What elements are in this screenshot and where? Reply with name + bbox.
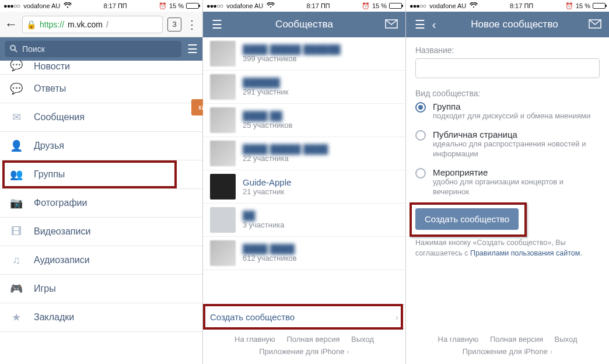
address-bar[interactable]: 🔒 https://m.vk.com/ <box>22 16 163 33</box>
status-bar: ●●●○○ vodafone AU 8:17 ПП ⏰ 15 % <box>0 0 202 12</box>
menu-label: Фотографии <box>34 198 87 208</box>
community-sub: 22 участника <box>243 154 328 163</box>
chevron-right-icon: › <box>346 347 349 356</box>
time-label: 8:17 ПП <box>72 2 159 9</box>
vk-header: ☰ ‹ Новое сообщество <box>406 12 609 37</box>
option-desc: удобно для организации концертов и вечер… <box>433 177 600 197</box>
sidebar-item-8[interactable]: 🎮 Игры <box>0 275 202 303</box>
sidebar-item-1[interactable]: 💬 Ответы <box>0 75 202 103</box>
battery-icon <box>593 3 606 9</box>
status-bar: ●●●○○ vodafone AU 8:17 ПП ⏰ 15 % <box>203 0 405 12</box>
type-option[interactable]: Группа подходит для дискуссий и обмена м… <box>415 102 600 121</box>
sidebar-item-2[interactable]: ✉ Сообщения <box>0 103 202 132</box>
pane-browser-menu: ●●●○○ vodafone AU 8:17 ПП ⏰ 15 % ← 🔒 htt… <box>0 0 203 364</box>
vk-header: ☰ Сообщества <box>203 12 405 37</box>
community-sub: 3 участника <box>243 220 284 229</box>
community-name: ████ █████ ████ <box>243 144 328 154</box>
menu-label: Новости <box>34 61 70 72</box>
highlight-box <box>2 160 177 188</box>
back-icon[interactable]: ‹ <box>427 18 441 32</box>
mail-icon[interactable] <box>384 18 398 32</box>
create-form: Название: Вид сообщества: Группа подходи… <box>406 37 609 329</box>
footer: На главную Полная версия Выход Приложени… <box>406 329 609 364</box>
option-title: Группа <box>433 102 590 111</box>
community-sub: 21 участник <box>243 187 291 196</box>
sidebar-item-6[interactable]: 🎞 Видеозаписи <box>0 218 202 246</box>
footer-exit[interactable]: Выход <box>351 335 374 344</box>
carrier-label: vodafone AU <box>429 2 466 9</box>
sidebar-item-0[interactable]: 💬 Новости <box>0 61 202 75</box>
svg-point-1 <box>10 46 15 50</box>
menu-icon: 👥 <box>9 168 23 181</box>
community-item[interactable]: ████ █████ ████ 22 участника <box>203 137 405 170</box>
community-item[interactable]: ████ █████ ██████ 399 участников <box>203 37 405 71</box>
footer-app[interactable]: Приложение для iPhone <box>259 347 344 356</box>
browser-chrome: ← 🔒 https://m.vk.com/ 3 ⋮ <box>0 12 202 37</box>
create-community-row[interactable]: Создать сообщество › <box>203 304 405 329</box>
search-input[interactable]: Поиск <box>5 41 181 57</box>
lock-icon: 🔒 <box>26 20 36 29</box>
community-item[interactable]: ██████ 291 участник <box>203 71 405 104</box>
wifi-icon <box>470 2 478 9</box>
carrier-label: vodafone AU <box>23 2 60 9</box>
footer: На главную Полная версия Выход Приложени… <box>203 329 405 364</box>
sidebar-item-7[interactable]: ♫ Аудиозаписи <box>0 246 202 275</box>
footer-home[interactable]: На главную <box>235 335 275 344</box>
menu-label: Видеозаписи <box>34 226 90 237</box>
community-sub: 291 участник <box>243 88 288 96</box>
hamburger-icon[interactable]: ☰ <box>413 18 427 32</box>
community-item[interactable]: ██ 3 участника <box>203 204 405 237</box>
sidebar-item-5[interactable]: 📷 Фотографии <box>0 189 202 218</box>
menu-icon: 💬 <box>9 82 23 95</box>
chevron-right-icon: › <box>550 347 552 356</box>
radio-icon <box>415 130 426 141</box>
alarm-icon: ⏰ <box>565 2 573 10</box>
sidebar-item-4[interactable]: 👥 Группы <box>0 160 202 189</box>
menu-icon: ✉ <box>9 111 23 124</box>
menu-label: Сообщения <box>34 112 85 123</box>
battery-pct: 15 % <box>169 2 184 9</box>
avatar <box>210 41 236 66</box>
type-option[interactable]: Публичная страница идеально для распрост… <box>415 130 600 159</box>
alarm-icon: ⏰ <box>159 2 167 10</box>
name-input[interactable] <box>415 58 600 78</box>
menu-label: Ответы <box>34 83 66 94</box>
option-desc: подходит для дискуссий и обмена мнениями <box>433 111 590 121</box>
agree-text: Нажимая кнопку «Создать сообщество», Вы … <box>415 238 600 258</box>
rules-link[interactable]: Правилами пользования сайтом <box>470 249 580 257</box>
tab-count[interactable]: 3 <box>167 18 181 32</box>
footer-full[interactable]: Полная версия <box>490 335 543 344</box>
type-options: Группа подходит для дискуссий и обмена м… <box>415 102 600 197</box>
community-item[interactable]: ████ ██ 25 участников <box>203 104 405 137</box>
community-name: ██████ <box>243 78 288 88</box>
back-icon[interactable]: ← <box>5 17 18 32</box>
signal-dots: ●●●○○ <box>410 2 426 9</box>
footer-home[interactable]: На главную <box>438 335 479 344</box>
mail-icon[interactable] <box>588 18 602 32</box>
carrier-label: vodafone AU <box>226 2 263 9</box>
type-option[interactable]: Мероприятие удобно для организации конце… <box>415 167 600 197</box>
footer-app[interactable]: Приложение для iPhone <box>463 347 548 356</box>
community-sub: 612 участников <box>243 254 297 262</box>
wifi-icon <box>64 2 72 9</box>
community-item[interactable]: ████ ████ 612 участников <box>203 237 405 270</box>
menu-icon: 📷 <box>9 197 23 209</box>
footer-exit[interactable]: Выход <box>555 335 578 344</box>
battery-icon <box>389 3 402 9</box>
community-item[interactable]: Guide-Apple 21 участник <box>203 170 405 204</box>
more-icon[interactable]: ⋮ <box>186 18 198 32</box>
communities-list: ████ █████ ██████ 399 участников ██████ … <box>203 37 405 304</box>
menu-icon: 🎞 <box>9 226 23 238</box>
sidebar-item-3[interactable]: 👤 Друзья <box>0 132 202 160</box>
url-proto: https:// <box>40 20 64 29</box>
hamburger-icon[interactable]: ☰ <box>187 42 198 56</box>
community-name: ████ ██ <box>243 111 292 121</box>
avatar <box>210 74 236 100</box>
footer-full[interactable]: Полная версия <box>286 335 340 344</box>
url-host: m.vk.com <box>68 20 103 29</box>
create-community-button[interactable]: Создать сообщество <box>415 208 519 230</box>
hamburger-icon[interactable]: ☰ <box>210 18 224 32</box>
option-desc: идеально для распространения новостей и … <box>433 139 600 159</box>
menu-label: Группы <box>34 169 65 180</box>
sidebar-item-9[interactable]: ★ Закладки <box>0 303 202 332</box>
